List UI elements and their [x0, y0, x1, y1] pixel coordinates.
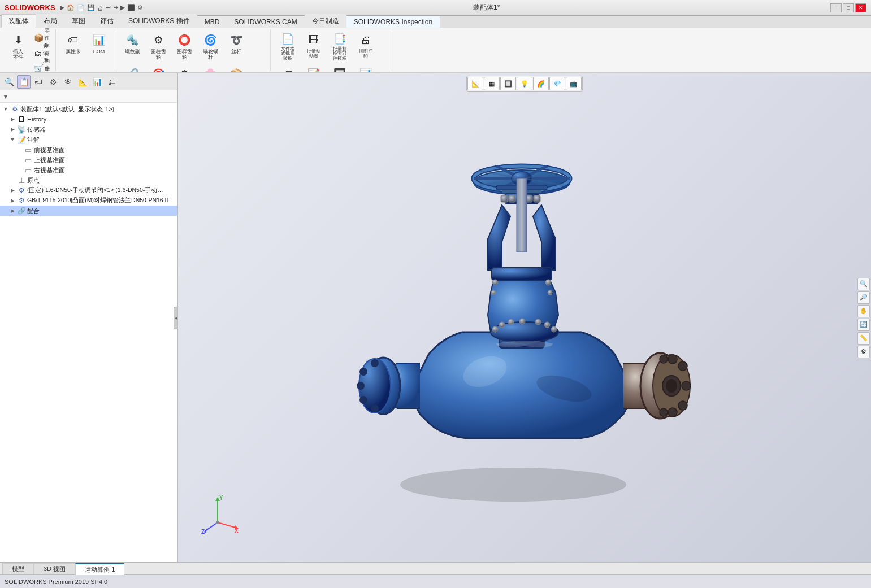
view-color-button[interactable]: 🌈: [533, 77, 549, 90]
svg-point-32: [359, 368, 367, 376]
close-button[interactable]: ✕: [855, 3, 866, 12]
batch-property-icon: 🏷: [280, 66, 296, 73]
viewport-toolbar: 📐 ▦ 🔲 💡 🌈 💎 📺: [178, 76, 871, 92]
tab-evaluate[interactable]: 评估: [93, 14, 121, 28]
tab-3d-view[interactable]: 3D 视图: [34, 563, 75, 574]
sidebar-collapse-handle[interactable]: ◀: [174, 307, 178, 329]
pan-button[interactable]: ✋: [857, 305, 870, 317]
view-section-button[interactable]: ▦: [484, 77, 500, 90]
sidebar-config-btn[interactable]: ⚙: [46, 75, 60, 89]
settings-button[interactable]: ⚙: [857, 346, 870, 358]
tree-sensors[interactable]: ▶ 📡 传感器: [0, 124, 177, 134]
file-rename-button[interactable]: 📝 文件改名: [301, 64, 326, 73]
view-render-button[interactable]: 💎: [549, 77, 565, 90]
elec-cabinet-button[interactable]: 📦 电控柜: [224, 64, 249, 73]
tab-today-mfg[interactable]: 今日制造: [305, 14, 346, 28]
belt-button[interactable]: 🎯 带轮: [146, 64, 171, 73]
sensors-label: 传感器: [27, 125, 46, 134]
sidebar-display-btn[interactable]: 👁: [61, 75, 75, 89]
svg-point-44: [660, 355, 668, 363]
view-display-button[interactable]: 🔲: [500, 77, 516, 90]
viewport-right-toolbar: 🔍 🔎 ✋ 🔄 📏 ⚙: [856, 277, 871, 359]
front-plane-label: 前视基准面: [34, 146, 65, 154]
flange-expand-icon: ▶: [9, 197, 16, 204]
svg-text:X: X: [235, 528, 239, 534]
property-card-label: 属性卡: [66, 49, 81, 55]
tab-motion-study[interactable]: 运动算例 1: [75, 563, 124, 575]
batch-gif-button[interactable]: 🎞 批量动动图: [301, 31, 326, 63]
view-screen-button[interactable]: 📺: [566, 77, 582, 90]
screw-rod-button[interactable]: ➰ 丝杆: [224, 31, 249, 63]
tree-history[interactable]: ▶ 🗒 History: [0, 114, 177, 124]
ribbon-content: ⬇ 插入零件 📦零件库 🗂资源库 🛒外购件模型 📐标准件模型 🏷 属性卡 📊 B…: [0, 28, 871, 73]
spring-button[interactable]: 🌸 弹簧: [198, 64, 223, 73]
tab-sw-inspection[interactable]: SOLIDWORKS Inspection: [346, 16, 440, 28]
bom-button[interactable]: 📊 BOM: [86, 31, 111, 63]
screw-button[interactable]: 🔩 螺纹副: [120, 31, 145, 63]
screw-label: 螺纹副: [125, 49, 140, 55]
batch-property-button[interactable]: 🏷 批量属性编辑: [275, 64, 300, 73]
tab-sw-plugins[interactable]: SOLIDWORKS 插件: [121, 14, 197, 28]
elec-cabinet-icon: 📦: [228, 66, 244, 73]
tab-sw-cam[interactable]: SOLIDWORKS CAM: [227, 16, 304, 28]
tree-flange[interactable]: ▶ ⚙ GB/T 9115-2010[凸面(M)对焊钢管法兰DN50-PN16 …: [0, 195, 177, 206]
svg-point-38: [666, 379, 677, 393]
window-title: 装配体1*: [143, 3, 830, 12]
measure-button[interactable]: 📏: [857, 332, 870, 345]
window-controls[interactable]: — □ ✕: [830, 3, 866, 12]
property-card-button[interactable]: 🏷 属性卡: [60, 31, 85, 63]
worm-button[interactable]: 🌀 蜗轮蜗杆: [198, 31, 223, 63]
sidebar-select-btn[interactable]: 📐: [76, 75, 89, 89]
view-light-button[interactable]: 💡: [517, 77, 532, 90]
tree-annotations[interactable]: ▼ 📝 注解: [0, 134, 177, 145]
tolerance-button[interactable]: 📊 综合公差: [353, 64, 378, 73]
tab-sketch[interactable]: 草图: [64, 14, 93, 28]
svg-point-41: [678, 361, 687, 371]
sidebar-search-btn[interactable]: 🔍: [2, 75, 16, 89]
sidebar-feature-btn[interactable]: 📋: [17, 75, 31, 89]
maximize-button[interactable]: □: [843, 3, 854, 12]
spur-gear-button[interactable]: ⚙ 圆柱齿轮: [146, 31, 171, 63]
view-orient-button[interactable]: 📐: [467, 77, 483, 90]
zoom-in-button[interactable]: 🔍: [857, 278, 870, 290]
batch-replace-button[interactable]: 📑 批量替换零部件模板: [327, 31, 352, 63]
tree-top-plane[interactable]: ▭ 上视基准面: [0, 155, 177, 165]
mosaic-print-button[interactable]: 🖨 拼图打印: [353, 31, 378, 63]
rotate-button[interactable]: 🔄: [857, 319, 870, 331]
svg-point-45: [660, 408, 668, 416]
property-card-icon: 🏷: [65, 32, 81, 48]
right-plane-expand-icon: [16, 167, 23, 173]
sidebar: 🔍 📋 🏷 ⚙ 👁 📐 📊 🏷 ▼ ▼ ⚙ 装配体1 (默认<默认_显示状态-1…: [0, 73, 178, 562]
tab-assemble[interactable]: 装配体: [1, 14, 36, 28]
pipe-button[interactable]: 🔲 管件: [327, 64, 352, 73]
tree-root[interactable]: ▼ ⚙ 装配体1 (默认<默认_显示状态-1>): [0, 104, 177, 114]
tree-front-plane[interactable]: ▭ 前视基准面: [0, 145, 177, 155]
batch-convert-icon: 📄: [280, 32, 296, 46]
sidebar-prop-btn[interactable]: 🏷: [32, 75, 45, 89]
minimize-button[interactable]: —: [830, 3, 842, 12]
history-label: History: [27, 116, 46, 123]
ribbon-tabs: 装配体 布局 草图 评估 SOLIDWORKS 插件 MBD SOLIDWORK…: [0, 16, 871, 28]
tab-mbd[interactable]: MBD: [197, 16, 227, 28]
gear-profile-button[interactable]: ⭕ 图样齿轮: [172, 31, 197, 63]
tab-model[interactable]: 模型: [2, 563, 34, 574]
tree-mates[interactable]: ▶ 🔗 配合: [0, 206, 177, 216]
insert-part-button[interactable]: ⬇ 插入零件: [6, 31, 31, 63]
tree-origin[interactable]: ⊥ 原点: [0, 175, 177, 185]
cam-icon: ⚙: [176, 66, 192, 73]
ribbon-group-insert: ⬇ 插入零件 📦零件库 🗂资源库 🛒外购件模型 📐标准件模型: [2, 29, 56, 71]
tab-layout[interactable]: 布局: [36, 14, 64, 28]
tree-valve-assembly[interactable]: ▶ ⚙ (固定) 1.6-DN50-手动调节阀<1> (1.6-DN50-手动调…: [0, 185, 177, 195]
zoom-out-button[interactable]: 🔎: [857, 291, 870, 304]
svg-rect-17: [509, 195, 515, 202]
svg-point-49: [499, 322, 505, 328]
status-text: SOLIDWORKS Premium 2019 SP4.0: [5, 578, 107, 585]
root-icon: ⚙: [10, 104, 19, 114]
batch-convert-button[interactable]: 📄 文件格式批量转换: [275, 31, 300, 63]
sidebar-custom-btn[interactable]: 📊: [90, 75, 104, 89]
spur-gear-label: 圆柱齿轮: [151, 49, 166, 60]
cam-button[interactable]: ⚙ 凸轮: [172, 64, 197, 73]
chain-button[interactable]: 🔗 链条: [120, 64, 145, 73]
sidebar-mbd-btn[interactable]: 🏷: [105, 75, 119, 89]
tree-right-plane[interactable]: ▭ 右视基准面: [0, 165, 177, 175]
